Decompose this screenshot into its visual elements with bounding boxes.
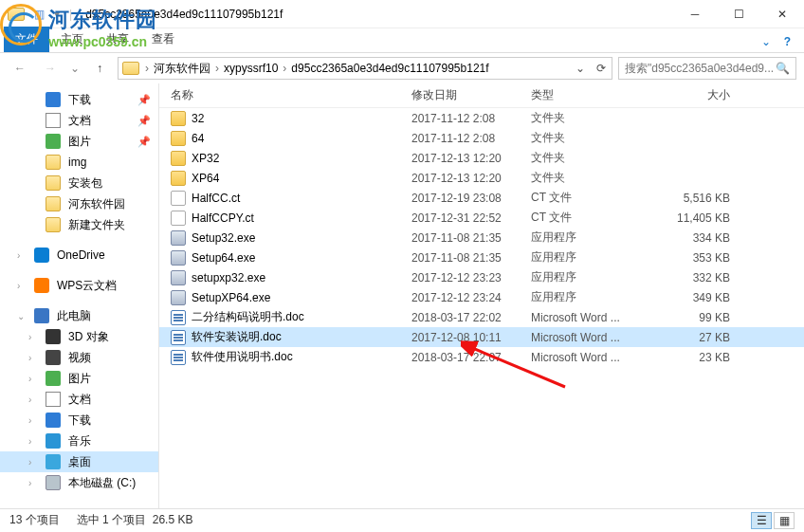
file-name: Setup32.exe [192, 231, 255, 245]
file-size: 5,516 KB [645, 192, 730, 205]
column-headers: 名称 修改日期 类型 大小 [159, 83, 804, 108]
file-date: 2017-11-12 2:08 [411, 112, 531, 125]
sidebar-item[interactable]: ›3D 对象 [0, 326, 158, 347]
sidebar-item[interactable]: ›音乐 [0, 431, 158, 451]
file-row[interactable]: XP642017-12-13 12:20文件夹 [159, 168, 804, 188]
file-size: 27 KB [645, 331, 730, 344]
sidebar-item[interactable]: img [0, 152, 158, 173]
col-header-size[interactable]: 大小 [645, 87, 730, 103]
file-icon [171, 310, 186, 325]
sidebar-item[interactable]: 图片📌 [0, 131, 158, 152]
file-row[interactable]: 软件安装说明.doc2017-12-08 10:11Microsoft Word… [159, 327, 804, 347]
file-row[interactable]: setupxp32.exe2017-12-12 23:23应用程序332 KB [159, 267, 804, 287]
qat-btn[interactable]: ▥ [34, 8, 45, 21]
sidebar-item[interactable]: 下载📌 [0, 89, 158, 110]
ribbon-tab-file[interactable]: 文件 [4, 27, 49, 52]
file-size: 23 KB [645, 351, 730, 364]
file-row[interactable]: 642017-11-12 2:08文件夹 [159, 128, 804, 148]
file-row[interactable]: Setup32.exe2017-11-08 21:35应用程序334 KB [159, 228, 804, 248]
view-details-button[interactable]: ☰ [751, 512, 772, 529]
view-icons-button[interactable]: ▦ [774, 512, 795, 529]
nav-up-button[interactable]: ↑ [87, 56, 112, 81]
col-header-date[interactable]: 修改日期 [411, 87, 531, 103]
file-date: 2017-12-12 23:24 [411, 291, 531, 304]
close-button[interactable]: ✕ [760, 0, 804, 28]
minimize-button[interactable]: ─ [673, 0, 717, 28]
pin-icon: 📌 [137, 115, 151, 127]
sidebar-item[interactable]: 河东软件园 [0, 193, 158, 214]
file-type: Microsoft Word ... [531, 311, 645, 324]
sidebar-item[interactable]: ›下载 [0, 410, 158, 431]
sidebar-icon [34, 308, 49, 323]
sidebar-item[interactable]: ›文档 [0, 389, 158, 410]
search-input[interactable]: 搜索"d95cc2365a0e3d4ed9... 🔍 [618, 57, 796, 80]
file-name: SetupXP64.exe [192, 291, 270, 304]
pin-icon: 📌 [137, 94, 151, 106]
breadcrumb-item[interactable]: 河东软件园 [151, 61, 213, 77]
navigation-sidebar[interactable]: 下载📌文档📌图片📌img安装包河东软件园新建文件夹›OneDrive›WPS云文… [0, 83, 159, 508]
file-row[interactable]: 软件使用说明书.doc2018-03-17 22:07Microsoft Wor… [159, 347, 804, 367]
col-header-type[interactable]: 类型 [531, 87, 645, 103]
nav-forward-button[interactable]: → [38, 56, 63, 81]
sidebar-label: 3D 对象 [68, 329, 109, 345]
file-row[interactable]: 二分结构码说明书.doc2018-03-17 22:02Microsoft Wo… [159, 307, 804, 327]
file-row[interactable]: Setup64.exe2017-11-08 21:35应用程序353 KB [159, 248, 804, 267]
sidebar-icon [46, 134, 61, 149]
ribbon: 文件 主页 共享 查看 ⌄ ? [0, 28, 804, 53]
refresh-button[interactable]: ⟳ [591, 58, 612, 79]
file-type: 应用程序 [531, 229, 645, 246]
file-row[interactable]: HalfCCPY.ct2017-12-31 22:52CT 文件11,405 K… [159, 208, 804, 228]
nav-back-button[interactable]: ← [8, 56, 32, 81]
sidebar-item[interactable]: ›图片 [0, 368, 158, 389]
file-date: 2017-12-31 22:52 [411, 211, 531, 225]
sidebar-label: img [68, 156, 86, 169]
ribbon-expand-icon[interactable]: ⌄ [761, 35, 771, 48]
address-history-button[interactable]: ⌄ [570, 58, 591, 79]
file-row[interactable]: 322017-11-12 2:08文件夹 [159, 108, 804, 128]
file-type: 文件夹 [531, 110, 645, 126]
file-icon [171, 191, 186, 206]
sidebar-item[interactable]: ›桌面 [0, 451, 158, 472]
file-size: 353 KB [645, 251, 730, 265]
sidebar-icon [46, 392, 61, 407]
sidebar-item[interactable]: ›WPS云文档 [0, 275, 158, 296]
sidebar-item[interactable]: ›视频 [0, 347, 158, 368]
col-header-name[interactable]: 名称 [171, 87, 411, 103]
file-row[interactable]: XP322017-12-13 12:20文件夹 [159, 148, 804, 168]
file-size: 349 KB [645, 291, 730, 304]
sidebar-item[interactable]: 文档📌 [0, 110, 158, 131]
ribbon-tab-view[interactable]: 查看 [140, 27, 186, 52]
file-date: 2017-12-08 10:11 [411, 331, 531, 344]
file-icon [171, 330, 186, 345]
sidebar-icon [46, 329, 61, 344]
file-row[interactable]: HalfCC.ct2017-12-19 23:08CT 文件5,516 KB [159, 188, 804, 208]
sidebar-item[interactable]: 安装包 [0, 173, 158, 193]
app-folder-icon [8, 8, 25, 21]
help-icon[interactable]: ? [784, 35, 791, 48]
ribbon-tab-home[interactable]: 主页 [49, 27, 95, 52]
sidebar-item[interactable]: ›OneDrive [0, 245, 158, 266]
file-date: 2018-03-17 22:02 [411, 311, 531, 324]
sidebar-item[interactable]: 新建文件夹 [0, 214, 158, 235]
sidebar-icon [46, 454, 61, 469]
search-icon[interactable]: 🔍 [776, 62, 790, 75]
file-type: 文件夹 [531, 130, 645, 146]
sidebar-icon [46, 350, 61, 365]
maximize-button[interactable]: ☐ [717, 0, 760, 28]
qat-btn[interactable]: ▾ [54, 8, 60, 21]
breadcrumb-item[interactable]: xypyssrf10 [221, 62, 281, 75]
sidebar-item[interactable]: ⌄此电脑 [0, 305, 158, 326]
file-name: 软件使用说明书.doc [192, 349, 293, 365]
ribbon-tab-share[interactable]: 共享 [95, 27, 140, 52]
file-type: CT 文件 [531, 190, 645, 206]
search-placeholder: 搜索"d95cc2365a0e3d4ed9... [625, 61, 774, 77]
file-row[interactable]: SetupXP64.exe2017-12-12 23:24应用程序349 KB [159, 287, 804, 307]
file-icon [171, 250, 186, 266]
sidebar-icon [46, 433, 61, 449]
breadcrumb-item[interactable]: d95cc2365a0e3d4ed9c11107995b121f [288, 62, 491, 75]
file-name: 软件安装说明.doc [192, 329, 282, 345]
address-bar[interactable]: › 河东软件园 › xypyssrf10 › d95cc2365a0e3d4ed… [118, 57, 612, 80]
nav-recent-button[interactable]: ⌄ [68, 56, 82, 81]
file-name: 64 [192, 132, 204, 145]
sidebar-item[interactable]: ›本地磁盘 (C:) [0, 472, 158, 493]
